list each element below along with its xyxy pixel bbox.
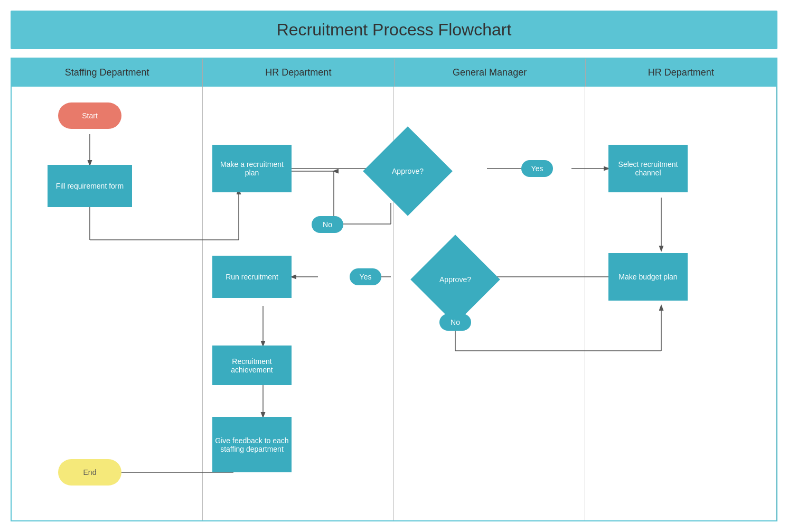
swimlane-header-hr1: HR Department <box>203 59 394 87</box>
page: Recruitment Process Flowchart Staffing D… <box>0 0 788 532</box>
fill-form-shape: Fill requirement form <box>48 165 132 207</box>
page-title: Recruitment Process Flowchart <box>11 20 777 40</box>
make-plan-shape: Make a recruitment plan <box>212 145 292 192</box>
swimlane-header-hr2: HR Department <box>586 59 776 87</box>
title-bar: Recruitment Process Flowchart <box>11 11 777 49</box>
recruitment-achievement-shape: Recruitment achievement <box>212 346 292 385</box>
make-budget-shape: Make budget plan <box>608 253 688 301</box>
flowchart-container: Staffing Department HR Department Genera… <box>11 58 777 521</box>
swimlane-headers: Staffing Department HR Department Genera… <box>12 59 776 87</box>
no2-pill: No <box>439 314 471 331</box>
end-shape: End <box>58 459 121 486</box>
select-channel-shape: Select recruitment channel <box>608 145 688 192</box>
give-feedback-shape: Give feedback to each staffing departmen… <box>212 417 292 472</box>
swimlane-body: Start Fill requirement form Make a recru… <box>12 87 776 520</box>
swimlane-header-staffing: Staffing Department <box>12 59 203 87</box>
yes1-pill: Yes <box>521 160 553 177</box>
yes2-pill: Yes <box>350 268 381 285</box>
no1-pill: No <box>312 216 343 233</box>
approve1-diamond: Approve? <box>376 139 439 203</box>
run-recruitment-shape: Run recruitment <box>212 256 292 298</box>
swimlane-header-gm: General Manager <box>395 59 586 87</box>
start-shape: Start <box>58 102 121 129</box>
approve2-diamond: Approve? <box>424 248 487 311</box>
swimlane-staffing <box>12 87 203 520</box>
